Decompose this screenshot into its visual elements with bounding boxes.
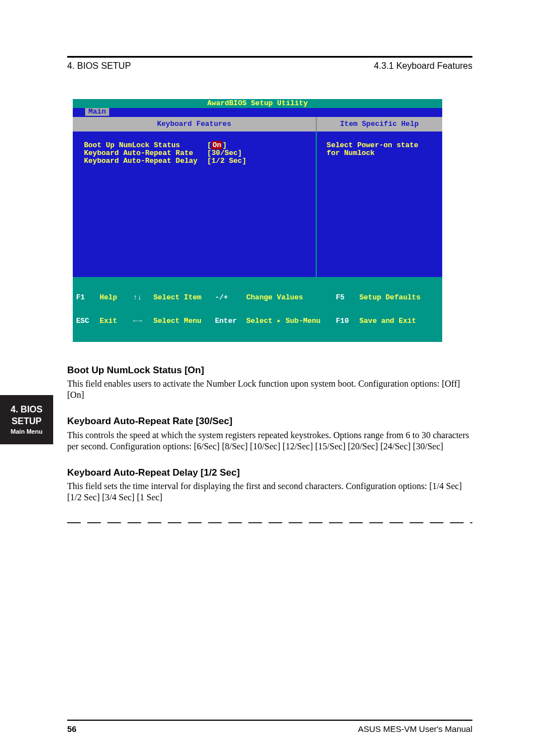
section-heading: Keyboard Auto-Repeat Delay [1/2 Sec] <box>67 467 472 478</box>
tab-main[interactable]: Main <box>85 108 109 116</box>
section-paragraph: This field sets the time interval for di… <box>67 481 472 503</box>
setting-label: Keyboard Auto-Repeat Delay <box>84 157 207 165</box>
setting-label: Boot Up NumLock Status <box>84 142 207 149</box>
label-setup-defaults: Setup Defaults <box>359 293 420 302</box>
label-exit: Exit <box>100 317 117 325</box>
key-minusplus: -/+ <box>215 293 228 302</box>
key-leftright: ←→ <box>133 317 142 325</box>
section-header-left: 4. BIOS SETUP <box>67 61 131 71</box>
label-select-submenu: Select ▸ Sub-Menu <box>246 317 321 325</box>
section-paragraph: This controls the speed at which the sys… <box>67 430 472 452</box>
panel-right-title: Item Specific Help <box>317 117 442 132</box>
label-help: Help <box>100 293 117 302</box>
key-f10: F10 <box>336 317 349 325</box>
key-enter: Enter <box>215 317 237 325</box>
panel-left-title: Keyboard Features <box>73 117 317 132</box>
setting-row[interactable]: Keyboard Auto-Repeat Rate [30/Sec] <box>84 149 310 157</box>
help-text: for Numlock <box>327 149 437 157</box>
key-f1: F1 <box>76 293 85 302</box>
bios-screenshot: AwardBIOS Setup Utility Main Keyboard Fe… <box>73 99 442 342</box>
sidebar-big: 4. BIOS SETUP <box>0 404 53 428</box>
key-updown: ↑↓ <box>133 293 142 302</box>
bios-tab-row: Main <box>73 108 442 117</box>
section-paragraph: This field enables users to activate the… <box>67 378 472 401</box>
setting-value[interactable]: [1/2 Sec] <box>207 157 246 165</box>
help-text: Select Power-on state <box>327 142 437 149</box>
section-heading: Keyboard Auto-Repeat Rate [30/Sec] <box>67 415 472 427</box>
setting-value[interactable]: [On] <box>207 142 227 149</box>
section-header-right: 4.3.1 Keyboard Features <box>374 61 472 71</box>
page-number: 56 <box>67 724 77 734</box>
setting-label: Keyboard Auto-Repeat Rate <box>84 149 207 157</box>
setting-row[interactable]: Boot Up NumLock Status [On] <box>84 142 310 149</box>
label-select-menu: Select Menu <box>153 317 202 325</box>
dash-divider: — — — — — — — — — — — — — — — — — — — — … <box>67 513 472 530</box>
label-change-values: Change Values <box>246 293 303 302</box>
sidebar-tab: 4. BIOS SETUP Main Menu <box>0 395 53 444</box>
setting-value[interactable]: [30/Sec] <box>207 149 242 157</box>
label-save-exit: Save and Exit <box>359 317 416 325</box>
bios-settings-panel: Boot Up NumLock Status [On] Keyboard Aut… <box>73 132 317 277</box>
manual-title: ASUS MES-VM User's Manual <box>358 724 472 734</box>
setting-row[interactable]: Keyboard Auto-Repeat Delay [1/2 Sec] <box>84 157 310 165</box>
section-heading: Boot Up NumLock Status [On] <box>67 364 472 376</box>
label-select-item: Select Item <box>153 293 202 302</box>
bios-help-panel: Select Power-on state for Numlock <box>317 132 442 277</box>
bios-footer: F1 ESC Help Exit ↑↓ ←→ Select Item Selec… <box>73 277 442 342</box>
sidebar-small: Main Menu <box>0 428 53 435</box>
key-esc: ESC <box>76 317 89 325</box>
bios-title: AwardBIOS Setup Utility <box>73 99 442 108</box>
key-f5: F5 <box>336 293 345 302</box>
